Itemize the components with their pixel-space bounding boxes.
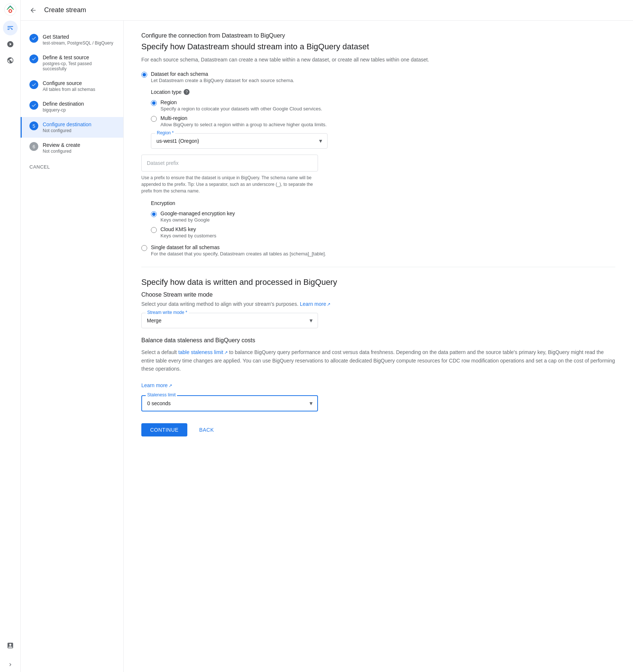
dataset-each-desc: Let Datastream create a BigQuery dataset… — [151, 78, 294, 83]
top-bar: Create stream — [21, 0, 633, 21]
learn-more-link[interactable]: Learn more↗ — [300, 301, 331, 307]
step-2-icon — [29, 54, 38, 63]
dataset-single-radio[interactable] — [141, 245, 147, 251]
back-navigation-button[interactable] — [26, 4, 40, 17]
nav-streams-icon[interactable] — [3, 21, 18, 35]
form-area: Configure the connection from Datastream… — [124, 21, 633, 672]
step-1-get-started[interactable]: Get Started test-stream, PostgreSQL / Bi… — [21, 29, 123, 50]
step-5-configure-destination[interactable]: 5 Configure destination Not configured — [21, 117, 123, 138]
step-5-icon: 5 — [29, 121, 38, 130]
staleness-external-icon: ↗ — [224, 350, 228, 355]
stream-write-mode-select[interactable]: Merge Append only — [141, 313, 318, 328]
cloud-kms-label[interactable]: Cloud KMS key — [160, 226, 196, 232]
region-radio-label[interactable]: Region — [160, 99, 177, 105]
multiregion-radio[interactable] — [151, 116, 157, 122]
step-3-label: Configure source — [43, 80, 114, 86]
page-title: Create stream — [44, 6, 86, 14]
step-6-desc: Not configured — [43, 149, 114, 154]
dataset-prefix-wrapper — [141, 155, 318, 171]
step-4-desc: bigquery-cp — [43, 107, 114, 113]
google-key-radio[interactable] — [151, 211, 157, 217]
multiregion-radio-desc: Allow BigQuery to select a region within… — [160, 122, 327, 127]
step-6-label: Review & create — [43, 142, 114, 148]
staleness-limit-link[interactable]: table staleness limit↗ — [178, 349, 227, 355]
multiregion-radio-label[interactable]: Multi-region — [160, 115, 187, 121]
region-radio[interactable] — [151, 100, 157, 106]
back-button[interactable]: BACK — [193, 423, 220, 436]
region-select[interactable]: us-west1 (Oregon) us-east1 (South Caroli… — [151, 133, 328, 149]
staleness-select-label: Staleness limit — [146, 392, 177, 397]
region-radio-desc: Specify a region to colocate your datase… — [160, 106, 322, 112]
step-3-configure-source[interactable]: Configure source All tables from all sch… — [21, 76, 123, 96]
staleness-title: Balance data staleness and BigQuery cost… — [141, 337, 615, 344]
step-4-label: Define destination — [43, 101, 114, 107]
dataset-prefix-input[interactable] — [141, 155, 318, 171]
svg-point-2 — [9, 10, 11, 12]
step-6-review-create[interactable]: 6 Review & create Not configured — [21, 138, 123, 158]
step-5-desc: Not configured — [43, 128, 114, 133]
encryption-label: Encryption — [151, 200, 615, 206]
dataset-single-desc: For the dataset that you specify, Datast… — [151, 251, 326, 257]
staleness-select-wrapper: Staleness limit 0 seconds 15 minutes 1 h… — [141, 395, 318, 411]
cloud-kms-radio[interactable] — [151, 227, 157, 233]
section1-title: Specify how Datastream should stream int… — [141, 42, 615, 52]
dataset-each-radio[interactable] — [141, 72, 147, 78]
step-4-define-destination[interactable]: Define destination bigquery-cp — [21, 96, 123, 117]
step-2-define-source[interactable]: Define & test source postgres-cp, Test p… — [21, 50, 123, 76]
nav-expand-icon[interactable] — [3, 657, 18, 672]
dataset-single-label[interactable]: Single dataset for all schemas — [151, 244, 220, 250]
connection-header: Configure the connection from Datastream… — [141, 32, 615, 39]
step-1-icon — [29, 34, 38, 43]
nav-history-icon[interactable] — [3, 638, 18, 653]
google-key-label[interactable]: Google-managed encryption key — [160, 211, 235, 216]
nav-connections-icon[interactable] — [3, 53, 18, 68]
cloud-kms-desc: Keys owned by customers — [160, 233, 216, 238]
stream-write-subtitle: Choose Stream write mode — [141, 291, 615, 298]
google-key-desc: Keys owned by Google — [160, 217, 235, 223]
steps-sidebar: Get Started test-stream, PostgreSQL / Bi… — [21, 21, 124, 672]
staleness-limit-select[interactable]: 0 seconds 15 minutes 1 hour 4 hours 1 da… — [141, 395, 318, 411]
step-2-label: Define & test source — [43, 54, 114, 60]
nav-routes-icon[interactable] — [3, 37, 18, 52]
step-3-icon — [29, 80, 38, 89]
step-1-label: Get Started — [43, 34, 114, 40]
step-6-icon: 6 — [29, 142, 38, 151]
step-3-desc: All tables from all schemas — [43, 87, 114, 92]
section2-title: Specify how data is written and processe… — [141, 277, 615, 287]
step-4-icon — [29, 101, 38, 110]
section1-desc: For each source schema, Datastream can c… — [141, 56, 615, 64]
dataset-prefix-hint: Use a prefix to ensure that the dataset … — [141, 174, 318, 194]
cancel-button[interactable]: CANCEL — [29, 164, 114, 170]
stream-write-desc: Select your data writing method to align… — [141, 301, 615, 307]
location-type-help-icon[interactable]: ? — [184, 89, 190, 95]
app-logo — [4, 3, 17, 16]
stream-write-mode-wrapper: Stream write mode * Merge Append only ▼ — [141, 313, 318, 328]
location-type-label: Location type — [151, 89, 181, 95]
external-link-icon: ↗ — [327, 302, 330, 307]
staleness-desc: Select a default table staleness limit↗ … — [141, 348, 615, 389]
region-select-label: Region * — [155, 130, 175, 135]
step-5-label: Configure destination — [43, 121, 114, 127]
learn-more2-link[interactable]: Learn more↗ — [141, 382, 172, 388]
step-1-desc: test-stream, PostgreSQL / BigQuery — [43, 40, 114, 46]
learn-more2-external-icon: ↗ — [169, 383, 172, 388]
continue-button[interactable]: CONTINUE — [141, 423, 187, 436]
step-2-desc: postgres-cp, Test passed successfully — [43, 61, 114, 71]
stream-write-mode-label: Stream write mode * — [146, 310, 189, 315]
region-select-wrapper: Region * us-west1 (Oregon) us-east1 (Sou… — [151, 133, 328, 149]
dataset-each-label[interactable]: Dataset for each schema — [151, 71, 208, 77]
action-bar: CONTINUE BACK — [141, 423, 615, 436]
icon-rail — [0, 0, 21, 672]
